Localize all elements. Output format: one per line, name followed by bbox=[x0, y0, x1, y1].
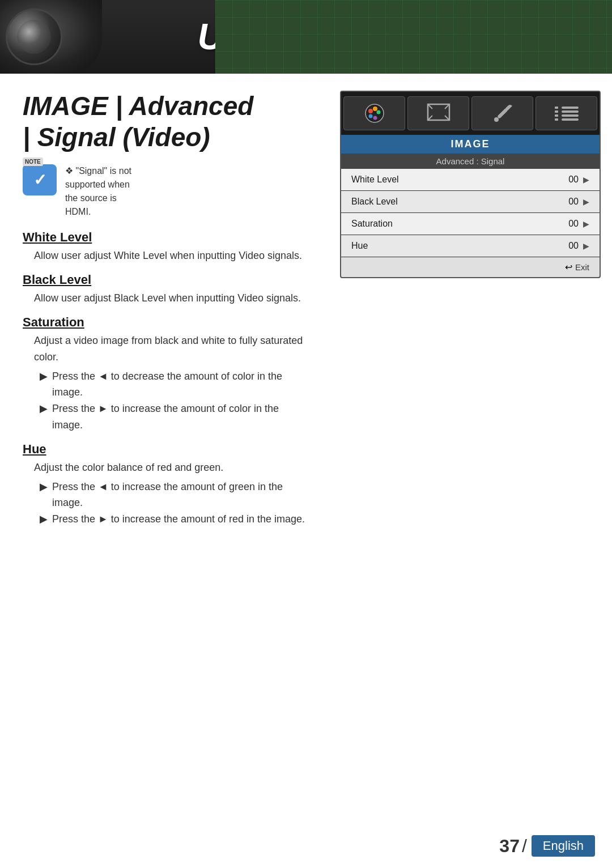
hue-description: Adjust the color balance of red and gree… bbox=[34, 459, 306, 476]
wrench-icon bbox=[491, 101, 515, 125]
palette-icon bbox=[363, 101, 386, 125]
page-number: 37 bbox=[499, 836, 520, 857]
exit-label: Exit bbox=[575, 262, 589, 272]
menu-row-hue-label: Hue bbox=[351, 241, 568, 251]
arrow-icon-4: ▶ bbox=[40, 511, 48, 527]
black-level-description: Allow user adjust Black Level when input… bbox=[34, 290, 306, 307]
right-column: IMAGE Advanced : Signal White Level 00 ▶… bbox=[329, 74, 612, 553]
menu-row-white-level[interactable]: White Level 00 ▶ bbox=[341, 169, 600, 191]
main-content: IMAGE | Advanced | Signal (Video) ✓ ❖ "S… bbox=[0, 74, 612, 553]
menu-icon-row bbox=[341, 92, 600, 135]
svg-point-3 bbox=[376, 110, 380, 114]
section-title: IMAGE | Advanced | Signal (Video) bbox=[23, 91, 306, 153]
saturation-bullet-1: ▶ Press the ◄ to decrease the amount of … bbox=[40, 368, 306, 401]
white-level-section: White Level Allow user adjust White Leve… bbox=[23, 230, 306, 264]
page-number-box: 37 / English bbox=[499, 835, 595, 857]
saturation-bullet-2: ▶ Press the ► to increase the amount of … bbox=[40, 401, 306, 433]
saturation-section: Saturation Adjust a video image from bla… bbox=[23, 315, 306, 433]
note-bullet-char: ❖ bbox=[65, 166, 73, 176]
menu-row-white-level-arrow: ▶ bbox=[583, 175, 589, 184]
saturation-description: Adjust a video image from black and whit… bbox=[34, 333, 306, 365]
page-footer: 37 / English bbox=[0, 835, 612, 857]
menu-row-saturation-value: 00 bbox=[568, 219, 579, 229]
menu-row-saturation-label: Saturation bbox=[351, 219, 568, 229]
menu-exit-row[interactable]: ↩ Exit bbox=[341, 257, 600, 277]
black-level-heading: Black Level bbox=[23, 273, 306, 287]
arrow-icon-1: ▶ bbox=[40, 368, 48, 385]
menu-row-white-level-label: White Level bbox=[351, 175, 568, 185]
menu-row-hue-arrow: ▶ bbox=[583, 241, 589, 250]
menu-icon-list[interactable] bbox=[536, 96, 597, 130]
check-icon: ✓ bbox=[33, 171, 46, 189]
left-column: IMAGE | Advanced | Signal (Video) ✓ ❖ "S… bbox=[0, 74, 329, 553]
svg-point-5 bbox=[373, 116, 377, 120]
white-level-heading: White Level bbox=[23, 230, 306, 245]
menu-row-black-level-value: 00 bbox=[568, 197, 579, 207]
menu-row-white-level-value: 00 bbox=[568, 175, 579, 185]
menu-row-saturation-arrow: ▶ bbox=[583, 219, 589, 228]
black-level-section: Black Level Allow user adjust Black Leve… bbox=[23, 273, 306, 307]
hue-bullet-2: ▶ Press the ► to increase the amount of … bbox=[40, 511, 306, 527]
hue-heading: Hue bbox=[23, 442, 306, 457]
language-label: English bbox=[532, 835, 595, 857]
menu-row-black-level-label: Black Level bbox=[351, 197, 568, 207]
svg-point-2 bbox=[373, 107, 377, 111]
white-level-description: Allow user adjust White Level when input… bbox=[34, 248, 306, 264]
note-box: ✓ ❖ "Signal" is not supported when the s… bbox=[23, 164, 306, 219]
hue-bullet-1: ▶ Press the ◄ to increase the amount of … bbox=[40, 479, 306, 512]
note-icon: ✓ bbox=[23, 164, 57, 195]
menu-row-saturation[interactable]: Saturation 00 ▶ bbox=[341, 213, 600, 235]
arrow-icon-3: ▶ bbox=[40, 479, 48, 495]
svg-rect-6 bbox=[428, 104, 449, 120]
saturation-heading: Saturation bbox=[23, 315, 306, 330]
menu-row-hue[interactable]: Hue 00 ▶ bbox=[341, 235, 600, 257]
arrow-icon-2: ▶ bbox=[40, 401, 48, 417]
display-icon bbox=[427, 103, 450, 124]
menu-subtitle: Advanced : Signal bbox=[341, 154, 600, 169]
menu-row-hue-value: 00 bbox=[568, 241, 579, 251]
header-grid-bg bbox=[215, 0, 612, 74]
menu-image-label: IMAGE bbox=[341, 135, 600, 154]
svg-point-1 bbox=[368, 109, 373, 113]
menu-panel: IMAGE Advanced : Signal White Level 00 ▶… bbox=[340, 91, 601, 278]
hue-section: Hue Adjust the color balance of red and … bbox=[23, 442, 306, 527]
menu-row-black-level-arrow: ▶ bbox=[583, 197, 589, 206]
list-icon bbox=[555, 107, 579, 121]
header-camera-image bbox=[0, 0, 102, 74]
menu-icon-palette[interactable] bbox=[343, 96, 405, 130]
svg-point-12 bbox=[494, 117, 499, 122]
svg-point-4 bbox=[368, 114, 372, 118]
menu-icon-display[interactable] bbox=[407, 96, 469, 130]
exit-icon: ↩ bbox=[565, 262, 572, 273]
menu-row-black-level[interactable]: Black Level 00 ▶ bbox=[341, 191, 600, 213]
svg-rect-11 bbox=[497, 108, 508, 119]
note-text: ❖ "Signal" is not supported when the sou… bbox=[65, 164, 131, 219]
page-header: User Controls bbox=[0, 0, 612, 74]
page-slash: / bbox=[522, 836, 527, 857]
menu-icon-settings[interactable] bbox=[471, 96, 533, 130]
